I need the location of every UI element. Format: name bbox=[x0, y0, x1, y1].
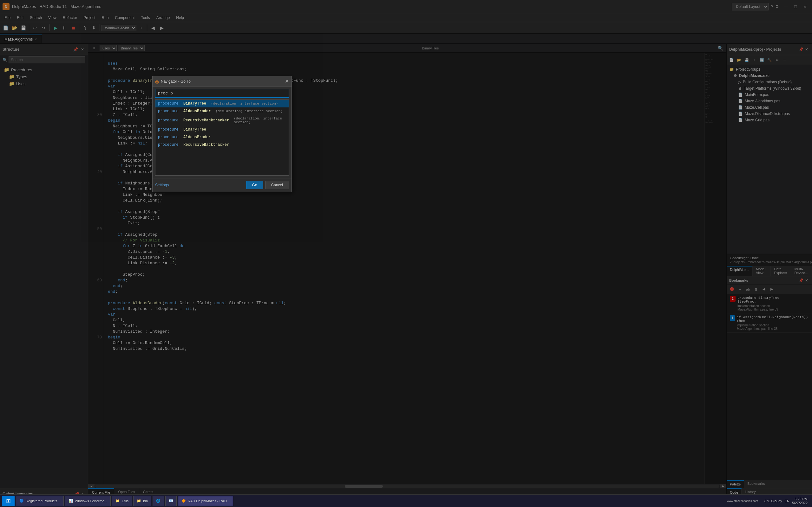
dialog-close-btn[interactable]: ✕ bbox=[285, 78, 289, 84]
bookmarks-close-btn[interactable]: ✕ bbox=[804, 278, 809, 283]
navigator-result-item[interactable]: procedure BinaryTree (declaration; inter… bbox=[155, 100, 289, 107]
platform-select[interactable]: Windows 32-bit bbox=[101, 25, 136, 31]
bm-toggle-btn[interactable]: + bbox=[737, 286, 744, 293]
menu-project[interactable]: Project bbox=[80, 14, 98, 21]
navigator-dialog[interactable]: ◎ Navigator - Go To ✕ procedure BinaryTr… bbox=[152, 76, 292, 192]
proj-save-btn[interactable]: 💾 bbox=[743, 56, 750, 63]
forward-btn[interactable]: ▶ bbox=[158, 24, 166, 32]
pt-item-maze-algorithms[interactable]: 📄 Maze.Algorithms.pas bbox=[727, 98, 812, 104]
editor-scope-select[interactable]: uses bbox=[100, 45, 117, 51]
pt-item-maze-cell[interactable]: 📄 Maze.Cell.pas bbox=[727, 104, 812, 111]
menu-refactor[interactable]: Refactor bbox=[60, 14, 80, 21]
run-btn[interactable]: ▶ bbox=[51, 24, 60, 32]
pt-item-maze-distancedijkstra[interactable]: 📄 Maze.DistanceDijkstra.pas bbox=[727, 111, 812, 117]
structure-close-btn[interactable]: ✕ bbox=[80, 47, 85, 52]
structure-pin-btn[interactable]: 📌 bbox=[72, 47, 78, 52]
bm-right-btn[interactable]: ▶ bbox=[768, 286, 775, 293]
navigator-settings-link[interactable]: Settings bbox=[155, 183, 244, 187]
tab-close-icon[interactable]: ✕ bbox=[35, 38, 37, 41]
proj-open-btn[interactable]: 📂 bbox=[735, 56, 743, 63]
rp-tab-delphimaz[interactable]: DelphiMaz... bbox=[727, 266, 753, 276]
editor-tab-maze-algorithms[interactable]: Maze.Algorithms ✕ bbox=[0, 35, 42, 43]
navigator-cancel-btn[interactable]: Cancel bbox=[265, 181, 289, 189]
scroll-track[interactable] bbox=[95, 485, 719, 488]
new-btn[interactable]: 📄 bbox=[1, 24, 9, 32]
taskbar-item-windows-perf[interactable]: 📊 Windows Performa... bbox=[65, 496, 111, 506]
save-btn[interactable]: 💾 bbox=[19, 24, 27, 32]
structure-search-input[interactable] bbox=[9, 56, 85, 63]
pause-btn[interactable]: ⏸ bbox=[60, 24, 68, 32]
navigator-result-item[interactable]: procedure RecursiveBacktracker (declarat… bbox=[155, 115, 289, 126]
bm-left-btn[interactable]: ◀ bbox=[760, 286, 767, 293]
pt-item-projectgroup[interactable]: 📁 ProjectGroup1 bbox=[727, 66, 812, 72]
structure-item-procedures[interactable]: 📁 Procedures bbox=[0, 66, 88, 73]
add-platform-btn[interactable]: + bbox=[137, 24, 145, 32]
layout-selector[interactable]: Default Layout bbox=[732, 3, 768, 10]
pt-item-buildconfigs[interactable]: ▷ Build Configurations (Debug) bbox=[727, 79, 812, 85]
navigator-result-item[interactable]: procedure BinaryTree bbox=[155, 126, 289, 133]
taskbar-item-registered[interactable]: 🔵 Registered Products... bbox=[16, 496, 64, 506]
back-btn[interactable]: ◀ bbox=[149, 24, 157, 32]
menu-search[interactable]: Search bbox=[27, 14, 45, 21]
projects-pin-btn[interactable]: 📌 bbox=[798, 47, 804, 52]
navigator-result-item[interactable]: procedure RecursiveBacktracker bbox=[155, 141, 289, 149]
menu-file[interactable]: File bbox=[1, 14, 14, 21]
proj-add-btn[interactable]: + bbox=[751, 56, 758, 63]
bookmark-item-2[interactable]: 2 procedure BinaryTreeStepProc; implemen… bbox=[727, 294, 812, 314]
pt-item-targetplatforms[interactable]: 🖥 Target Platforms (Windows 32-bit) bbox=[727, 85, 812, 92]
bookmarks-pin-btn[interactable]: 📌 bbox=[798, 278, 804, 283]
br-tab-palette[interactable]: Palette bbox=[727, 480, 744, 488]
rp-tab-dataexplorer[interactable]: Data Explorer bbox=[771, 266, 791, 276]
navigator-go-btn[interactable]: Go bbox=[246, 181, 263, 189]
stop-btn[interactable]: ⏹ bbox=[69, 24, 78, 32]
proj-refresh-btn[interactable]: 🔄 bbox=[758, 56, 765, 63]
menu-arrange[interactable]: Arrange bbox=[153, 14, 173, 21]
pt-item-delphimazes[interactable]: ⚙ DelphiMazes.exe bbox=[727, 72, 812, 79]
taskbar-item-utils[interactable]: 📁 Utils bbox=[112, 496, 132, 506]
proj-new-btn[interactable]: 📄 bbox=[728, 56, 735, 63]
bm-clear-btn[interactable]: 🗑 bbox=[752, 286, 759, 293]
editor-search-btn[interactable]: 🔍 bbox=[716, 44, 724, 52]
close-btn[interactable]: ✕ bbox=[801, 2, 809, 11]
taskbar-item-browser[interactable]: 🌐 bbox=[153, 496, 164, 506]
minimize-btn[interactable]: ─ bbox=[781, 2, 791, 11]
undo-btn[interactable]: ↩ bbox=[31, 24, 39, 32]
projects-close-btn[interactable]: ✕ bbox=[804, 47, 809, 52]
menu-tools[interactable]: Tools bbox=[138, 14, 153, 21]
proj-dots-btn[interactable]: ··· bbox=[781, 56, 788, 63]
rp-tab-modelview[interactable]: Model View bbox=[753, 266, 771, 276]
proj-build-btn[interactable]: 🔨 bbox=[766, 56, 773, 63]
editor-proc-select[interactable]: BinaryTree bbox=[118, 45, 145, 51]
br-tab-bookmarks[interactable]: Bookmarks bbox=[744, 480, 768, 488]
step-into-btn[interactable]: ⬇ bbox=[90, 24, 98, 32]
menu-help[interactable]: Help bbox=[173, 14, 187, 21]
taskbar-item-bin[interactable]: 📁 bin bbox=[133, 496, 151, 506]
bm-prev-btn[interactable]: 🔴 bbox=[728, 286, 735, 293]
pt-item-mainform[interactable]: 📄 MainForm.pas bbox=[727, 92, 812, 98]
open-btn[interactable]: 📂 bbox=[10, 24, 18, 32]
menu-component[interactable]: Component bbox=[112, 14, 138, 21]
redo-btn[interactable]: ↪ bbox=[40, 24, 48, 32]
editor-back-btn[interactable]: ≡ bbox=[90, 44, 98, 52]
structure-item-uses[interactable]: 📁 Uses bbox=[0, 80, 88, 87]
editor-scrollbar[interactable]: ◀ ▶ bbox=[88, 484, 726, 488]
navigator-search-input[interactable] bbox=[155, 89, 289, 98]
scroll-left-btn[interactable]: ◀ bbox=[88, 485, 95, 488]
menu-edit[interactable]: Edit bbox=[14, 14, 27, 21]
step-over-btn[interactable]: ⤵ bbox=[81, 24, 89, 32]
maximize-btn[interactable]: □ bbox=[791, 2, 800, 11]
settings-icon[interactable]: ⚙ bbox=[775, 4, 779, 9]
taskbar-item-rad[interactable]: 🔶 RAD DelphiMazes - RAD... bbox=[178, 496, 233, 506]
help-icon[interactable]: ? bbox=[771, 4, 773, 9]
structure-item-types[interactable]: 📁 Types bbox=[0, 73, 88, 80]
menu-view[interactable]: View bbox=[45, 14, 60, 21]
bm-ab-btn[interactable]: ab bbox=[745, 286, 751, 293]
bookmark-item-1[interactable]: 1 if Assigned(Cell.Neighbour[North]) the… bbox=[727, 314, 812, 333]
pt-item-maze-grid[interactable]: 📄 Maze.Grid.pas bbox=[727, 117, 812, 123]
scroll-thumb[interactable] bbox=[345, 485, 383, 488]
navigator-result-item[interactable]: procedure AldousBroder bbox=[155, 133, 289, 141]
taskbar-start-btn[interactable]: ⊞ bbox=[2, 496, 14, 506]
scroll-right-btn[interactable]: ▶ bbox=[720, 485, 726, 488]
rp-tab-multidevice[interactable]: Multi-Device... bbox=[791, 266, 812, 276]
navigator-result-item[interactable]: procedure AldousBroder (declaration; int… bbox=[155, 107, 289, 115]
